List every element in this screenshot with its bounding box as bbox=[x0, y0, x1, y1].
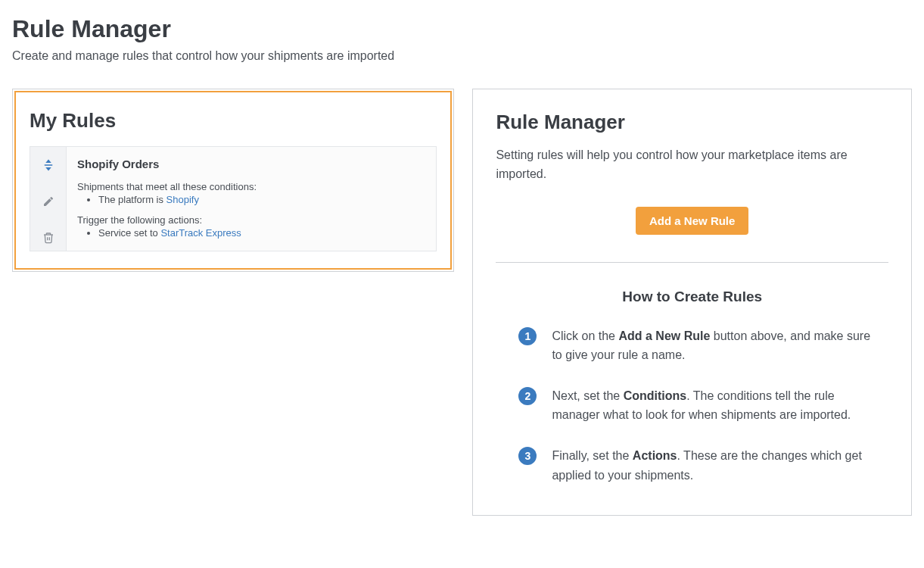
rule-name: Shopify Orders bbox=[77, 158, 422, 170]
step-number-badge: 2 bbox=[518, 387, 537, 405]
divider bbox=[496, 262, 888, 263]
drag-handle-icon[interactable] bbox=[39, 156, 58, 174]
how-to-heading: How to Create Rules bbox=[496, 289, 888, 305]
trash-icon[interactable] bbox=[39, 229, 58, 247]
step-item: 1 Click on the Add a New Rule button abo… bbox=[518, 326, 881, 365]
svg-rect-0 bbox=[44, 164, 52, 166]
rule-manager-heading: Rule Manager bbox=[496, 111, 888, 134]
action-item: Service set to StarTrack Express bbox=[98, 227, 422, 239]
actions-label: Trigger the following actions: bbox=[77, 214, 422, 226]
condition-link[interactable]: Shopify bbox=[166, 194, 199, 205]
page-title: Rule Manager bbox=[12, 15, 912, 43]
my-rules-panel: My Rules Shopify Orders Shipments that m bbox=[12, 89, 454, 272]
action-link[interactable]: StarTrack Express bbox=[160, 227, 241, 239]
step-text: Next, set the Conditions. The conditions… bbox=[552, 386, 881, 425]
condition-item: The platform is Shopify bbox=[98, 194, 422, 205]
my-rules-heading: My Rules bbox=[30, 109, 437, 133]
conditions-label: Shipments that meet all these conditions… bbox=[77, 181, 422, 192]
action-text: Service set to bbox=[98, 227, 160, 239]
step-item: 2 Next, set the Conditions. The conditio… bbox=[518, 386, 881, 425]
step-text: Click on the Add a New Rule button above… bbox=[552, 326, 881, 365]
rule-handle-column bbox=[30, 147, 67, 251]
condition-text: The platform is bbox=[98, 194, 166, 205]
edit-icon[interactable] bbox=[39, 192, 58, 211]
rule-manager-description: Setting rules will help you control how … bbox=[496, 146, 888, 184]
step-text: Finally, set the Actions. These are the … bbox=[552, 446, 881, 485]
step-number-badge: 3 bbox=[518, 447, 537, 465]
steps-list: 1 Click on the Add a New Rule button abo… bbox=[496, 326, 888, 485]
add-new-rule-button[interactable]: Add a New Rule bbox=[636, 207, 748, 235]
page-subtitle: Create and manage rules that control how… bbox=[12, 49, 912, 63]
step-item: 3 Finally, set the Actions. These are th… bbox=[518, 446, 881, 485]
rule-manager-panel: Rule Manager Setting rules will help you… bbox=[472, 89, 912, 516]
rule-card: Shopify Orders Shipments that meet all t… bbox=[30, 146, 437, 251]
step-number-badge: 1 bbox=[518, 327, 537, 345]
